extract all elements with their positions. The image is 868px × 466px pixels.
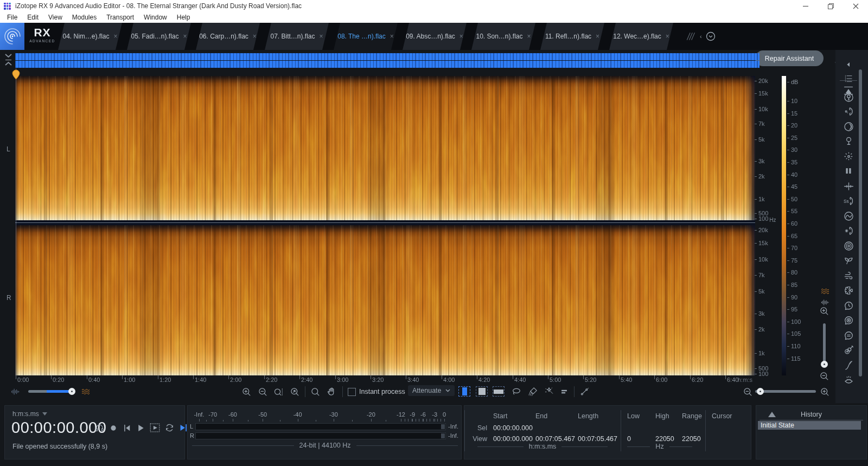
- vertical-zoom-slider[interactable]: [823, 323, 826, 362]
- breath-face-icon[interactable]: [841, 104, 856, 118]
- magnifier-tool-button[interactable]: [309, 385, 322, 398]
- zoom-out-button[interactable]: [256, 385, 269, 398]
- tab-close-icon[interactable]: ×: [390, 33, 394, 40]
- file-tab-9[interactable]: 09. Absc…n).flac×: [403, 23, 467, 50]
- contrast-circle-icon[interactable]: [841, 119, 856, 133]
- restore-icon[interactable]: [818, 0, 843, 12]
- spectrogram-waves-icon[interactable]: [820, 286, 830, 296]
- chevron-circle-icon[interactable]: [705, 31, 716, 42]
- hand-tool-button[interactable]: [325, 385, 338, 398]
- time-selection-tool[interactable]: [458, 386, 470, 397]
- tab-close-icon[interactable]: ×: [320, 33, 323, 40]
- zoom-in-button[interactable]: [240, 385, 253, 398]
- zoom-selection-button[interactable]: [272, 385, 285, 398]
- de-clip-icon[interactable]: [841, 209, 856, 223]
- tab-close-icon[interactable]: ×: [596, 33, 599, 40]
- menu-item-view[interactable]: View: [43, 12, 67, 23]
- balloon-circle-icon[interactable]: [841, 90, 856, 104]
- spectrogram-blend-icon[interactable]: [79, 385, 92, 398]
- file-tab-10[interactable]: 10. Son…n).flac×: [471, 23, 535, 50]
- process-mode-dropdown[interactable]: Attenuate: [408, 385, 455, 396]
- horizontal-zoom-knob[interactable]: [757, 388, 764, 395]
- loop-icon[interactable]: [164, 423, 175, 433]
- spectrogram-channel-left[interactable]: [15, 76, 755, 220]
- horizontal-zoom-slider[interactable]: [755, 390, 816, 393]
- polyline-tool[interactable]: [578, 385, 591, 398]
- file-tab-11[interactable]: 11. Refl…n).flac×: [540, 23, 604, 50]
- concentric-rings-icon[interactable]: [841, 239, 856, 253]
- menu-item-transport[interactable]: Transport: [101, 12, 139, 23]
- tab-close-icon[interactable]: ×: [183, 33, 187, 40]
- file-tab-8[interactable]: 08. The …n).flac×: [334, 23, 398, 50]
- tab-close-icon[interactable]: ×: [527, 33, 531, 40]
- file-tab-5[interactable]: 05. Fadi…n).flac×: [127, 23, 191, 50]
- menu-item-help[interactable]: Help: [172, 12, 195, 23]
- waveform-spectrogram-blend-slider[interactable]: [28, 390, 73, 393]
- overview-waveform-left[interactable]: [15, 53, 760, 60]
- horizontal-zoom-in-icon[interactable]: [818, 385, 831, 398]
- de-ess-icon[interactable]: Ss: [841, 194, 856, 208]
- gain-lines-tool[interactable]: [558, 385, 571, 398]
- face-sparkle-icon[interactable]: [841, 224, 856, 238]
- tab-close-icon[interactable]: ×: [459, 33, 463, 40]
- close-icon[interactable]: [843, 0, 868, 12]
- chat-clock-icon[interactable]: [841, 298, 856, 312]
- chevron-left-icon[interactable]: ‹: [700, 33, 702, 40]
- blend-slider-knob[interactable]: [68, 388, 75, 395]
- playhead-marker[interactable]: [12, 69, 20, 80]
- zoom-fit-button[interactable]: [288, 385, 301, 398]
- freq-tick-label: 15k: [758, 240, 768, 246]
- leaves-icon[interactable]: [841, 253, 856, 267]
- spectrogram-channel-right[interactable]: [15, 225, 755, 375]
- file-tab-7[interactable]: 07. Bitt…n).flac×: [265, 23, 329, 50]
- fade-curve-icon[interactable]: [841, 358, 856, 372]
- selection-freq-unit: Hz: [627, 443, 692, 450]
- file-tab-4[interactable]: 04. Nim…e).flac×: [58, 23, 122, 50]
- menu-item-window[interactable]: Window: [139, 12, 172, 23]
- record-icon[interactable]: [108, 423, 118, 433]
- minimize-icon[interactable]: [793, 0, 818, 12]
- time-format-selector[interactable]: h:m:s.ms: [12, 410, 47, 418]
- horizontal-zoom-out-icon[interactable]: [741, 385, 754, 398]
- time-tick-label: 4:20: [478, 376, 490, 383]
- freq-tick-label: 3k: [758, 311, 765, 317]
- play-icon[interactable]: [136, 423, 145, 433]
- tab-close-icon[interactable]: ×: [253, 33, 257, 40]
- tab-close-icon[interactable]: ×: [666, 33, 669, 40]
- overview-waveform-right[interactable]: [15, 61, 760, 68]
- instant-process-checkbox[interactable]: [348, 388, 356, 396]
- spectrogram-display[interactable]: [15, 76, 755, 375]
- play-selection-icon[interactable]: [149, 422, 161, 433]
- menu-item-edit[interactable]: Edit: [22, 12, 43, 23]
- history-entry[interactable]: Initial State: [758, 421, 861, 430]
- puzzle-piece-icon[interactable]: [841, 283, 856, 297]
- crosshair-axis-icon[interactable]: [841, 179, 856, 193]
- sparkle-burst-icon[interactable]: [841, 149, 856, 163]
- dual-columns-icon[interactable]: [841, 164, 856, 178]
- lasso-tool[interactable]: [510, 385, 523, 398]
- file-tab-12[interactable]: 12. Wec…e).flac×: [609, 23, 673, 50]
- chat-lines-icon[interactable]: [841, 328, 856, 342]
- repair-assistant-button[interactable]: Repair Assistant: [755, 50, 824, 66]
- chat-rings-icon[interactable]: [841, 313, 856, 327]
- guitar-icon[interactable]: [841, 343, 856, 357]
- menu-item-modules[interactable]: Modules: [67, 12, 101, 23]
- overview-collapse-icon[interactable]: [4, 53, 12, 67]
- module-toolbar-scrollbar[interactable]: [859, 69, 862, 376]
- menu-item-file[interactable]: File: [2, 12, 22, 23]
- headphones-icon[interactable]: [94, 423, 105, 433]
- file-tab-6[interactable]: 06. Carp…n).flac×: [196, 23, 260, 50]
- vertical-zoom-knob[interactable]: [821, 361, 828, 368]
- skip-start-icon[interactable]: [122, 423, 132, 433]
- vertical-zoom-in-icon[interactable]: [819, 306, 829, 316]
- freq-selection-tool[interactable]: [493, 386, 505, 397]
- wind-icon[interactable]: [841, 269, 856, 283]
- collapse-panel-icon[interactable]: [841, 58, 856, 72]
- tab-close-icon[interactable]: ×: [114, 33, 118, 40]
- magic-wand-tool[interactable]: [542, 385, 556, 398]
- time-freq-selection-tool[interactable]: [476, 386, 488, 397]
- microphone-icon[interactable]: [841, 134, 856, 148]
- waveform-blend-icon[interactable]: [9, 385, 22, 398]
- brush-tool[interactable]: [526, 385, 539, 398]
- vertical-zoom-out-icon[interactable]: [819, 371, 829, 381]
